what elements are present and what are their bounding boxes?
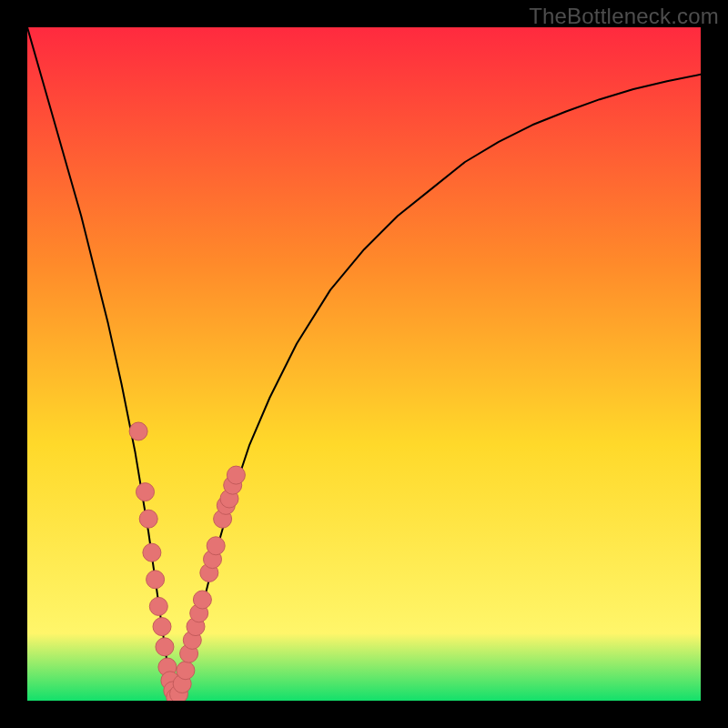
plot-area <box>27 27 701 701</box>
data-marker <box>129 422 147 440</box>
data-marker <box>136 483 155 501</box>
watermark-text: TheBottleneck.com <box>529 4 719 29</box>
data-marker <box>193 591 211 609</box>
data-marker <box>139 510 157 528</box>
data-marker <box>227 466 245 484</box>
data-marker <box>147 571 165 589</box>
data-marker <box>153 618 171 636</box>
data-marker <box>149 597 167 615</box>
data-marker <box>143 543 161 561</box>
data-marker <box>177 662 195 680</box>
data-marker <box>207 537 225 555</box>
data-marker <box>156 638 174 656</box>
chart-frame: TheBottleneck.com <box>0 0 728 728</box>
chart-svg <box>27 27 701 701</box>
gradient-background <box>27 27 701 701</box>
